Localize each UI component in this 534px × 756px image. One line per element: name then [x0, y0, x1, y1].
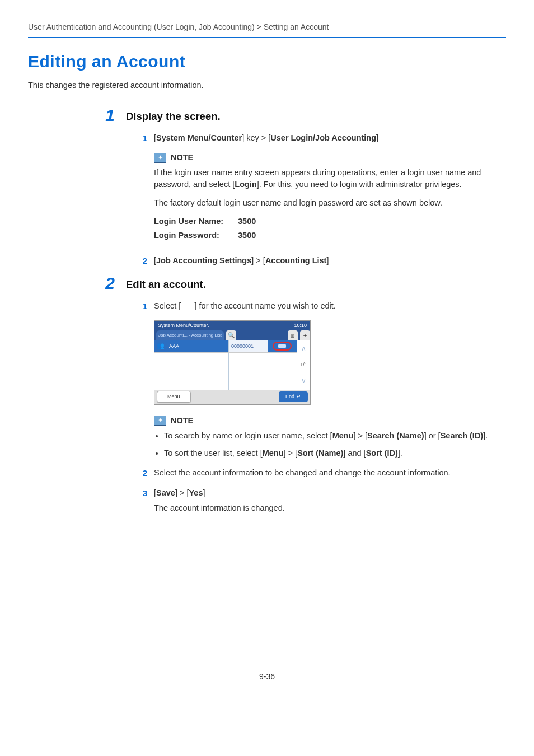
bold: Save [156, 488, 175, 497]
group-icon: 👥 [154, 342, 167, 351]
note-text: If the login user name entry screen appe… [154, 167, 506, 190]
bold: Yes [189, 488, 203, 497]
note-box: NOTE To search by name or login user nam… [154, 415, 506, 459]
page-indicator: 1/1 [297, 357, 310, 373]
list-row-empty [154, 353, 297, 365]
substep-text: Select the account information to be cha… [154, 467, 506, 479]
step2-sub3: 3 [Save] > [Yes] [126, 487, 506, 500]
login-username-row: Login User Name: 3500 [154, 216, 506, 227]
step-2-title: Edit an account. [126, 275, 206, 292]
substep-detail: The account information is changed. [154, 502, 506, 514]
scroll-up-icon[interactable]: ∧ [297, 340, 310, 357]
bold: Accounting List [265, 256, 327, 265]
login-password-label: Login Password: [154, 230, 238, 241]
step-2-header: 2 Edit an account. [28, 275, 506, 292]
page-number: 9-36 [28, 671, 506, 682]
step1-sub1: 1 [System Menu/Counter] key > [User Logi… [126, 132, 506, 144]
device-screenshot: System Menu/Counter. 10:10 Job Accounti.… [154, 320, 311, 405]
bold: Job Accounting Settings [156, 256, 251, 265]
note-bullet: To search by name or login user name, se… [164, 430, 506, 442]
bold: System Menu/Counter [156, 133, 242, 142]
note-label: NOTE [171, 415, 193, 427]
substep-number: 2 [126, 467, 154, 479]
trash-icon[interactable]: 🗑 [288, 330, 298, 340]
end-button[interactable]: End↵ [279, 391, 308, 402]
bold: Menu [332, 431, 354, 440]
note-label: NOTE [171, 152, 193, 164]
device-tab[interactable]: Job Accounti... - Accounting List [156, 330, 224, 340]
bold: Sort (Name) [297, 449, 343, 458]
step-2-number: 2 [28, 275, 126, 292]
list-row-empty [154, 377, 297, 390]
bold: Login [235, 180, 256, 189]
bold: Menu [263, 449, 284, 458]
bold: Sort (ID) [366, 449, 398, 458]
step2-sub1: 1 Select [ ] for the account name you wi… [126, 300, 506, 312]
enter-icon: ↵ [297, 393, 301, 400]
step1-sub2: 2 [Job Accounting Settings] > [Accountin… [126, 255, 506, 267]
text: ]. [483, 431, 488, 440]
login-password-value: 3500 [238, 230, 256, 241]
bold: Search (ID) [441, 431, 484, 440]
device-title: System Menu/Counter. 10:10 [154, 321, 310, 330]
text: ] > [ [175, 488, 189, 497]
row-name: AAA [167, 343, 228, 350]
substep-number: 1 [126, 132, 154, 144]
breadcrumb: User Authentication and Accounting (User… [28, 21, 506, 32]
text: ] > [ [284, 449, 298, 458]
search-icon[interactable]: 🔍 [226, 330, 236, 340]
divider [28, 37, 506, 38]
list-row-selected[interactable]: 👥 AAA 00000001 [154, 340, 297, 353]
add-icon[interactable]: ＋ [300, 330, 310, 340]
text: ] key > [ [242, 133, 270, 142]
text: To search by name or login user name, se… [164, 431, 332, 440]
lead-text: This changes the registered account info… [28, 80, 506, 91]
step2-sub3-detail: The account information is changed. [126, 502, 506, 514]
list-row-empty [154, 365, 297, 377]
note-box: NOTE If the login user name entry screen… [154, 152, 506, 241]
row-id: 00000001 [228, 340, 268, 352]
note-icon [154, 153, 166, 163]
note-icon [154, 416, 166, 426]
text: To sort the user list, select [ [164, 449, 263, 458]
text: ] > [ [251, 256, 265, 265]
step-1-header: 1 Display the screen. [28, 107, 506, 124]
text: ]. [398, 449, 402, 458]
step2-sub2: 2 Select the account information to be c… [126, 467, 506, 479]
detail-button[interactable] [273, 342, 292, 351]
menu-button[interactable]: Menu [157, 391, 191, 403]
scroll-down-icon[interactable]: ∨ [297, 373, 310, 389]
text: ]. For this, you need to login with admi… [257, 180, 462, 189]
login-password-row: Login Password: 3500 [154, 230, 506, 241]
substep-number: 1 [126, 300, 154, 312]
text: ] > [ [353, 431, 367, 440]
text: ] [376, 133, 378, 142]
step-1-title: Display the screen. [126, 107, 221, 124]
note-text: The factory default login user name and … [154, 197, 506, 209]
substep-number: 3 [126, 487, 154, 500]
login-username-value: 3500 [238, 216, 256, 227]
text: ] or [ [424, 431, 441, 440]
note-bullet: To sort the user list, select [Menu] > [… [164, 447, 506, 459]
step-1-number: 1 [28, 107, 126, 124]
bold: Search (Name) [367, 431, 424, 440]
page-title: Editing an Account [28, 49, 506, 74]
substep-text: Select [ ] for the account name you wish… [154, 300, 506, 312]
text: ] and [ [343, 449, 366, 458]
bold: User Login/Job Accounting [270, 133, 376, 142]
login-username-label: Login User Name: [154, 216, 238, 227]
text: ] [203, 488, 205, 497]
text: ] [326, 256, 329, 265]
substep-number: 2 [126, 255, 154, 267]
